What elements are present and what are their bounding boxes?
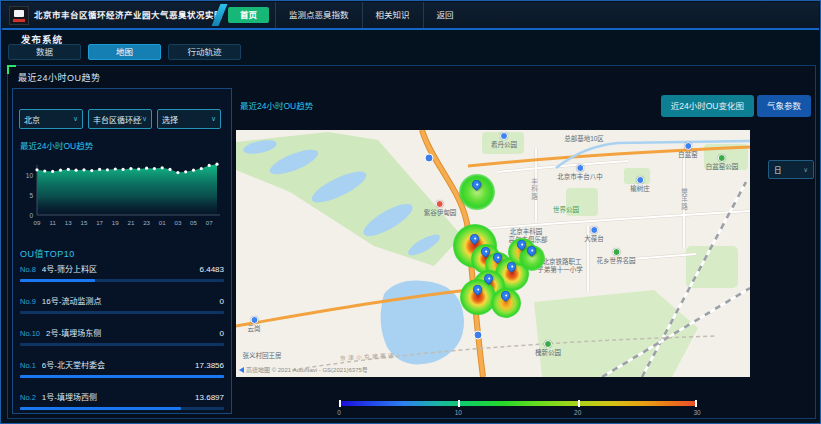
map-label-text: 世界公园 (553, 206, 579, 213)
poi-icon (436, 200, 444, 208)
map-label: 京津小京塘高速 (340, 353, 396, 363)
data-point (184, 170, 187, 173)
rank-site-name: 16号-流动监测点 (42, 295, 220, 306)
select-value: 北京 (24, 114, 73, 125)
rank-value: 6.4483 (200, 265, 224, 274)
header: 北京市丰台区循环经济产业园大气恶臭状况实时 首页监测点恶臭指数相关知识返回 (2, 2, 819, 30)
rank-value: 0 (220, 297, 224, 306)
rank-bar-track (20, 311, 224, 314)
data-point (176, 171, 179, 174)
select-value: 选择 (162, 114, 211, 125)
rank-row: No.16号-北天堂村委会17.3856 (20, 359, 224, 378)
nav-item-odor-index[interactable]: 监测点恶臭指数 (275, 2, 362, 28)
scale-tick (458, 400, 460, 407)
map[interactable]: 看丹公园总部基地10区白盆窑白盆窑公园北京市丰台八中榆树庄世界公园紫谷伊甸园大葆… (236, 130, 750, 377)
map-label: 樊羊路 (680, 188, 687, 211)
rank-bar-track (20, 375, 224, 378)
svg-text:0: 0 (29, 212, 33, 219)
app-title: 北京市丰台区循环经济产业园大气恶臭状况实时 (34, 2, 223, 28)
rank-number: No.1 (20, 361, 36, 370)
map-overlays: 看丹公园总部基地10区白盆窑白盆窑公园北京市丰台八中榆树庄世界公园紫谷伊甸园大葆… (236, 130, 750, 377)
data-point (192, 169, 195, 172)
map-label-text: 北京市丰台八中 (557, 173, 603, 180)
map-label-text: 榆树庄 (630, 185, 650, 192)
map-label-text: 北京铁路职工 (543, 258, 582, 265)
city-select[interactable]: 北京∨ (19, 109, 83, 129)
map-label-text: 白盆窑 (678, 151, 698, 158)
ou-ranking-list: No.84号-筛分上料区6.4483No.916号-流动监测点0No.102号-… (20, 263, 224, 423)
poi-icon (576, 164, 584, 172)
map-label: 子弟第十一小学 (537, 266, 583, 273)
rank-row: No.916号-流动监测点0 (20, 295, 224, 314)
rank-number: No.8 (20, 265, 36, 274)
rank-site-name: 2号-填埋场东侧 (46, 327, 220, 338)
main-nav: 首页监测点恶臭指数相关知识返回 (228, 2, 467, 28)
map-buttons: 近24小时OU变化图气象参数 (661, 95, 811, 117)
data-point (129, 167, 132, 170)
filter-selects: 北京∨丰台区循环经济产∨选择∨ (19, 109, 221, 129)
sidebar: 北京∨丰台区循环经济产∨选择∨ 最近24小时OU趋势 0510091113151… (12, 88, 232, 414)
svg-text:07: 07 (206, 219, 213, 226)
trend-title: 最近24小时OU趋势 (20, 139, 93, 151)
data-point (161, 166, 164, 169)
map-label: 北京铁路职工 (543, 258, 582, 265)
rank-row: No.102号-填埋场东侧0 (20, 327, 224, 346)
tab-track[interactable]: 行动轨迹 (168, 44, 241, 60)
weather-params-button[interactable]: 气象参数 (757, 95, 811, 117)
scale-tick (339, 400, 341, 407)
chevron-down-icon: ∨ (142, 115, 147, 123)
data-point (145, 167, 148, 170)
app-logo-icon (9, 6, 29, 25)
scale-tick-label: 0 (337, 409, 341, 416)
select-value: 丰台区循环经济产 (93, 114, 142, 125)
rank-bar-track (20, 343, 224, 346)
point-select[interactable]: 选择∨ (157, 109, 221, 129)
scale-labels: 0102030 (339, 409, 697, 419)
rank-number: No.9 (20, 297, 36, 306)
map-label: 张义村回王房 (243, 352, 282, 359)
poi-icon (684, 142, 692, 150)
data-point (82, 168, 85, 171)
map-label: 榆树庄 (630, 176, 650, 192)
chevron-down-icon: ∨ (211, 115, 216, 123)
map-label: 槐新公园 (535, 340, 561, 356)
data-point (98, 168, 101, 171)
svg-text:15: 15 (81, 219, 88, 226)
scale-tick-label: 20 (574, 409, 581, 416)
rank-value: 17.3856 (195, 361, 224, 370)
map-label-text: 张义村回王房 (243, 352, 282, 359)
tab-data[interactable]: 数据 (8, 44, 81, 60)
map-label-text: 云岗 (248, 325, 261, 332)
tab-map[interactable]: 地图 (88, 44, 161, 60)
map-label-text: 槐新公园 (535, 349, 561, 356)
park-select[interactable]: 丰台区循环经济产∨ (88, 109, 152, 129)
data-point (200, 167, 203, 170)
data-point (153, 167, 156, 170)
data-point (90, 169, 93, 172)
poi-icon (636, 176, 644, 184)
panel-corner-accent (7, 65, 16, 74)
data-point (51, 170, 54, 173)
view-tabs: 数据地图行动轨迹 (8, 44, 241, 60)
scale-tick-label: 10 (455, 409, 462, 416)
rank-site-name: 4号-筛分上料区 (42, 263, 200, 274)
data-point (59, 169, 62, 172)
poi-icon (250, 316, 258, 324)
nav-item-knowledge[interactable]: 相关知识 (362, 2, 423, 28)
data-point (43, 169, 46, 172)
nav-item-home[interactable]: 首页 (228, 7, 269, 23)
scale-gradient (339, 401, 697, 406)
data-point (35, 168, 38, 171)
data-point (75, 169, 78, 172)
rank-site-name: 6号-北天堂村委会 (42, 359, 195, 370)
ou-change-chart-button[interactable]: 近24小时OU变化图 (661, 95, 754, 117)
svg-text:03: 03 (174, 219, 181, 226)
nav-item-back[interactable]: 返回 (423, 2, 467, 28)
map-section-title: 最近24小时OU趋势 (240, 99, 313, 111)
rank-bar-fill (20, 407, 181, 410)
period-select[interactable]: 日 ∨ (768, 160, 814, 179)
dashboard-screen: 北京市丰台区循环经济产业园大气恶臭状况实时 首页监测点恶臭指数相关知识返回 发布… (0, 0, 821, 424)
data-point (122, 168, 125, 171)
main-panel: 最近24小时OU趋势 北京∨丰台区循环经济产∨选择∨ 最近24小时OU趋势 05… (7, 65, 816, 419)
map-label: 丰科路 (530, 178, 537, 201)
